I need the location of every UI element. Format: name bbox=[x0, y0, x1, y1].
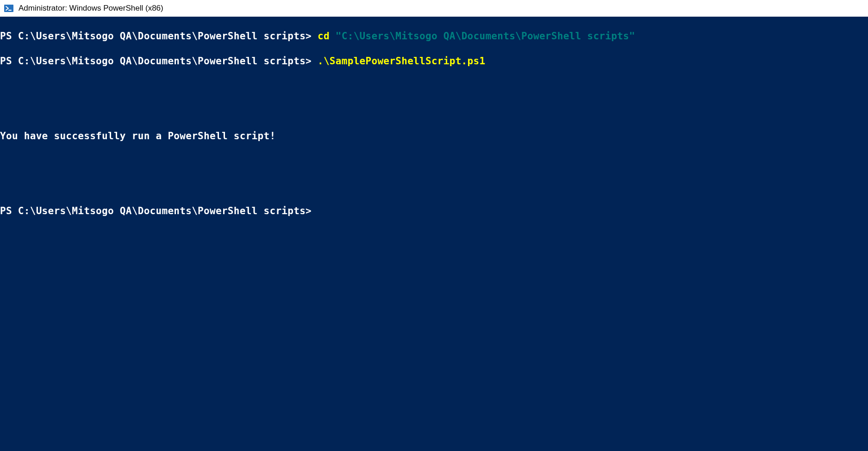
terminal-area[interactable]: PS C:\Users\Mitsogo QA\Documents\PowerSh… bbox=[0, 17, 868, 451]
terminal-line: PS C:\Users\Mitsogo QA\Documents\PowerSh… bbox=[0, 30, 868, 43]
window-titlebar[interactable]: Administrator: Windows PowerShell (x86) bbox=[0, 0, 868, 17]
blank-line bbox=[0, 105, 868, 117]
output-text: You have successfully run a PowerShell s… bbox=[0, 130, 868, 142]
prompt-text: PS C:\Users\Mitsogo QA\Documents\PowerSh… bbox=[0, 205, 312, 216]
powershell-icon bbox=[4, 3, 14, 13]
blank-line bbox=[0, 180, 868, 192]
terminal-line: PS C:\Users\Mitsogo QA\Documents\PowerSh… bbox=[0, 205, 868, 217]
blank-line bbox=[0, 80, 868, 93]
blank-line bbox=[0, 155, 868, 167]
command-argument: "C:\Users\Mitsogo QA\Documents\PowerShel… bbox=[336, 31, 635, 42]
command-text: .\SamplePowerShellScript.ps1 bbox=[318, 56, 485, 67]
terminal-line: PS C:\Users\Mitsogo QA\Documents\PowerSh… bbox=[0, 55, 868, 68]
prompt-text: PS C:\Users\Mitsogo QA\Documents\PowerSh… bbox=[0, 31, 318, 42]
window-title: Administrator: Windows PowerShell (x86) bbox=[19, 4, 163, 13]
command-text: cd bbox=[318, 31, 336, 42]
prompt-text: PS C:\Users\Mitsogo QA\Documents\PowerSh… bbox=[0, 56, 318, 67]
